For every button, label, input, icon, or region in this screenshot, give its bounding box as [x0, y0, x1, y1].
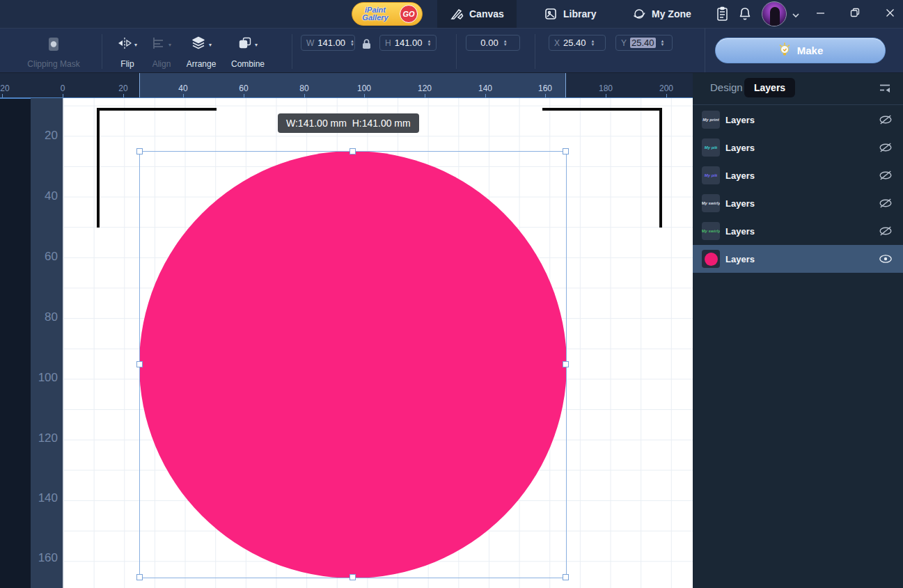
- toolbar: ▾ y Clipping Mask ▾ Flip ▾ Align: [0, 28, 903, 73]
- window-minimize-button[interactable]: [804, 0, 836, 25]
- hruler-label: 80: [299, 84, 308, 93]
- library-frame-icon: [544, 7, 558, 21]
- canvas-viewport[interactable]: 20020406080100120140160180200 2040608010…: [0, 73, 693, 588]
- clipping-mask-icon: [19, 34, 88, 55]
- layer-label: Layers: [725, 226, 755, 237]
- layer-row[interactable]: My printLayers: [693, 106, 903, 134]
- corner-mark-top-left-h: [97, 108, 217, 111]
- hruler-label: 20: [0, 84, 9, 93]
- tab-canvas[interactable]: Canvas: [437, 0, 517, 28]
- bell-icon[interactable]: [737, 6, 753, 22]
- align-icon: [152, 37, 166, 52]
- layer-row[interactable]: My pikLayers: [693, 134, 903, 161]
- arrange-button[interactable]: ▾ Arrange: [177, 34, 226, 69]
- panel-header: Design Layers: [693, 73, 903, 105]
- width-stepper[interactable]: ▲▼: [350, 40, 354, 47]
- layer-thumbnail: My pik: [702, 138, 720, 157]
- position-x-input[interactable]: X 25.40 ▲▼: [549, 35, 606, 51]
- selection-handle[interactable]: [563, 361, 569, 367]
- position-x-value: 25.40: [563, 38, 586, 48]
- position-x-stepper[interactable]: ▲▼: [591, 40, 595, 47]
- combine-button[interactable]: ▾ Combine: [223, 34, 272, 69]
- layer-label: Layers: [725, 198, 755, 209]
- hruler-label: 120: [418, 84, 432, 93]
- chevron-down-icon[interactable]: [787, 7, 804, 24]
- position-y-value: 25.40: [630, 38, 656, 48]
- chevron-down-icon: ▾: [255, 42, 258, 48]
- layer-thumbnail: [702, 250, 720, 268]
- window-maximize-button[interactable]: [839, 0, 871, 25]
- layers-list: My printLayersMy pikLayersMy pikLayersMy…: [693, 106, 903, 273]
- selection-handle[interactable]: [136, 148, 143, 154]
- combine-icon: [238, 36, 252, 53]
- tab-library[interactable]: Library: [531, 0, 608, 28]
- eye-slash-icon[interactable]: [879, 196, 893, 210]
- hruler-label: 160: [538, 84, 552, 93]
- layer-row[interactable]: My swirlyLayers: [693, 189, 903, 217]
- rotate-input[interactable]: 0.00 ▲▼: [466, 35, 520, 51]
- arrange-layers-icon: [191, 36, 206, 53]
- layer-row[interactable]: My swirlyLayers: [693, 217, 903, 245]
- corner-mark-top-left-v: [97, 108, 100, 228]
- tab-design[interactable]: Design: [710, 81, 743, 93]
- tab-my-zone-label: My Zone: [652, 8, 691, 19]
- eye-slash-icon[interactable]: [879, 168, 893, 182]
- collapse-panel-icon[interactable]: [878, 82, 892, 97]
- corner-mark-top-right-v: [659, 108, 662, 228]
- rotate-value: 0.00: [480, 38, 498, 48]
- vruler-label: 80: [33, 310, 58, 325]
- title-bar: iPaint Gallery GO Canvas Library My Zone: [0, 0, 903, 28]
- hruler-label: 0: [61, 84, 65, 93]
- artboard[interactable]: W:141.00 mm H:141.00 mm: [63, 98, 693, 588]
- eye-icon[interactable]: [879, 252, 893, 266]
- chevron-down-icon: ▾: [209, 42, 212, 48]
- clipping-mask-button[interactable]: Clipping Mask: [19, 34, 88, 69]
- canvas-pencil-icon: [450, 7, 464, 21]
- hruler-label: 100: [357, 84, 371, 93]
- eye-slash-icon[interactable]: [879, 113, 893, 127]
- hruler-label: 140: [478, 84, 492, 93]
- tab-my-zone[interactable]: My Zone: [620, 0, 704, 28]
- eye-slash-icon[interactable]: [879, 224, 893, 238]
- horizontal-ruler: 20020406080100120140160180200: [0, 73, 693, 98]
- selection-handle[interactable]: [563, 574, 569, 580]
- selection-handle[interactable]: [136, 361, 143, 367]
- selection-handle[interactable]: [136, 574, 143, 580]
- chevron-down-icon: ▾: [168, 42, 171, 48]
- hruler-label: 20: [118, 84, 127, 93]
- window-close-button[interactable]: [874, 0, 903, 25]
- app-logo[interactable]: iPaint Gallery GO: [352, 2, 423, 26]
- layer-row[interactable]: My pikLayers: [693, 161, 903, 189]
- height-input[interactable]: H 141.00 ▲▼: [379, 35, 437, 51]
- rotate-stepper[interactable]: ▲▼: [503, 40, 508, 47]
- toolbar-item-partial[interactable]: ▾ y: [0, 34, 7, 69]
- make-button-label: Make: [797, 45, 824, 56]
- tab-layers[interactable]: Layers: [744, 78, 795, 97]
- position-y-input[interactable]: Y 25.40 ▲▼: [615, 35, 673, 51]
- layer-row[interactable]: Layers: [693, 245, 903, 273]
- width-input[interactable]: W 141.00 ▲▼: [301, 35, 355, 51]
- selection-handle[interactable]: [350, 148, 356, 154]
- clipboard-icon[interactable]: [714, 6, 730, 22]
- planet-icon: [632, 7, 646, 21]
- vruler-label: 100: [33, 370, 58, 386]
- height-stepper[interactable]: ▲▼: [427, 40, 431, 47]
- make-button[interactable]: Make: [715, 38, 886, 63]
- vruler-label: 20: [33, 128, 58, 143]
- selection-box[interactable]: [139, 151, 567, 578]
- layer-thumb-text: My pik: [705, 173, 718, 177]
- vruler-label: 160: [33, 550, 58, 566]
- bulb-icon: [778, 42, 792, 59]
- layer-thumb-text: My swirly: [702, 229, 720, 233]
- layers-panel: Design Layers My printLayersMy pikLayers…: [693, 73, 903, 588]
- lock-ratio-icon[interactable]: [361, 38, 372, 52]
- avatar[interactable]: [762, 1, 787, 26]
- layer-label: Layers: [725, 115, 755, 125]
- selection-handle[interactable]: [563, 148, 569, 154]
- selection-handle[interactable]: [350, 574, 356, 580]
- eye-slash-icon[interactable]: [879, 141, 893, 154]
- height-value: 141.00: [395, 38, 423, 48]
- position-y-stepper[interactable]: ▲▼: [661, 40, 665, 47]
- vertical-ruler: 20406080100120140160: [31, 98, 63, 588]
- layer-thumbnail: My pik: [702, 166, 720, 184]
